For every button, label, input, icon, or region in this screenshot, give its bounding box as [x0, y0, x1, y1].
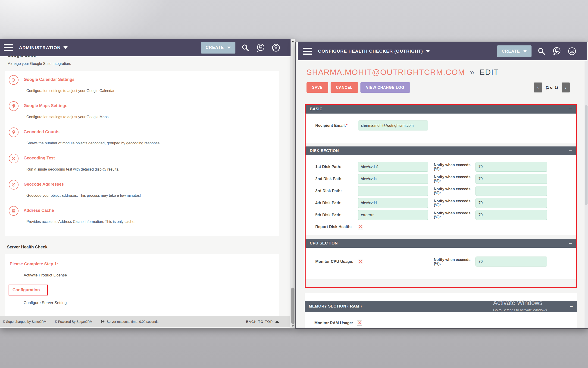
notifications-bell-icon[interactable] [552, 46, 562, 56]
google-suite-heading-clipped: Google Suite [7, 56, 295, 58]
recipient-email-field[interactable] [358, 120, 428, 130]
disk-path-field[interactable] [358, 210, 428, 220]
create-button-label: CREATE [206, 45, 224, 50]
list-item-description: Configuration settings to adjust your Go… [26, 89, 114, 93]
disk-notify-field[interactable] [475, 198, 547, 208]
back-to-top-button[interactable]: BACK TO TOP [246, 320, 279, 323]
chevron-down-icon [426, 50, 430, 53]
disk-path-row: 1st Disk Path: Notify when exceeds(%): [306, 162, 576, 172]
left-window-scrollbar[interactable] [290, 39, 295, 328]
cpu-section-card: Monitor CPU Usage: ✕ Notify when exceeds… [306, 248, 576, 279]
disk-notify-field[interactable] [475, 186, 547, 196]
action-buttons: SAVE CANCEL VIEW CHANGE LOG [307, 82, 410, 93]
disk-path-field[interactable] [358, 174, 428, 184]
module-title[interactable]: CONFIGURE HEALTH CHECKER (OUTRIGHT) [318, 49, 430, 54]
disk-path-label: 4th Disk Path: [315, 201, 358, 205]
list-item: Address Cache Provides access to Address… [9, 206, 279, 232]
previous-record-button[interactable]: ‹ [534, 83, 542, 92]
suitecrm-credit: © Supercharged by SuiteCRM [3, 320, 46, 323]
disk-path-label: 2nd Disk Path: [315, 177, 358, 181]
monitor-ram-usage-label: Monitor RAM Usage: [314, 321, 357, 325]
module-title-label: ADMINISTRATION [19, 45, 61, 50]
list-item: Google Calendar Settings Configuration s… [9, 75, 279, 101]
memory-section: MEMORY SECTION ( RAM ) − Monitor RAM Usa… [305, 301, 577, 329]
scrollbar-thumb[interactable] [291, 288, 294, 324]
archive-box-icon [9, 206, 18, 216]
health-step: Configuration Configure Server Setting [8, 285, 279, 305]
compass-arrows-icon [9, 154, 18, 163]
search-icon[interactable] [536, 46, 547, 56]
disk-section-header[interactable]: DISK SECTION − [306, 147, 576, 155]
disk-notify-label: Notify when exceeds(%): [431, 187, 475, 195]
view-change-log-button[interactable]: VIEW CHANGE LOG [360, 82, 410, 93]
disk-notify-field[interactable] [475, 174, 547, 184]
cpu-section-header[interactable]: CPU SECTION − [306, 239, 576, 248]
monitor-cpu-usage-checkbox[interactable]: ✕ [358, 259, 363, 264]
collapse-icon[interactable]: − [570, 304, 573, 309]
report-disk-health-checkbox[interactable]: ✕ [358, 224, 363, 230]
list-item-description: Geocode your object addreses. This proce… [26, 193, 141, 198]
notifications-bell-icon[interactable] [255, 42, 266, 53]
next-record-button[interactable]: › [562, 83, 570, 92]
scroll-down-button[interactable] [291, 324, 295, 328]
scroll-up-button[interactable] [291, 39, 295, 43]
account-profile-icon[interactable] [271, 42, 281, 53]
disk-notify-field[interactable] [475, 210, 547, 220]
health-step-description: Activate Product License [24, 273, 279, 278]
create-button[interactable]: CREATE [497, 46, 532, 57]
server-health-card: Please Complete Step 1: Activate Product… [5, 254, 279, 319]
cancel-button[interactable]: CANCEL [331, 82, 358, 93]
admin-footer: © Supercharged by SuiteCRM © Powered By … [0, 316, 290, 327]
report-disk-health-label: Report Disk Health: [315, 225, 358, 229]
memory-section-header[interactable]: MEMORY SECTION ( RAM ) − [305, 301, 577, 312]
list-item-link[interactable]: Geocoding Test [24, 153, 55, 160]
basic-section-header[interactable]: BASIC − [306, 105, 576, 114]
list-item-link[interactable]: Address Cache [24, 206, 54, 212]
monitor-cpu-usage-label: Monitor CPU Usage: [315, 259, 358, 264]
account-profile-icon[interactable] [567, 46, 577, 56]
list-item-link[interactable]: Google Maps Settings [24, 101, 67, 108]
disk-path-row: 2nd Disk Path: Notify when exceeds(%): [306, 174, 576, 184]
disk-path-field[interactable] [358, 162, 428, 172]
health-checker-window: CONFIGURE HEALTH CHECKER (OUTRIGHT) CREA… [295, 42, 588, 329]
server-health-check-title: Server Health Check [7, 245, 295, 249]
list-item: Google Maps Settings Configuration setti… [9, 101, 279, 127]
required-asterisk: * [346, 123, 347, 128]
health-step-link[interactable]: Configuration [9, 285, 48, 295]
collapse-icon[interactable]: − [569, 148, 572, 153]
list-item-link[interactable]: Google Calendar Settings [24, 75, 75, 82]
list-item-description: Configuration settings to adjust your Go… [26, 115, 109, 119]
disk-path-field[interactable] [358, 186, 428, 196]
collapse-icon[interactable]: − [569, 241, 572, 246]
disk-path-row: 3rd Disk Path: Notify when exceeds(%): [306, 186, 576, 196]
list-item-link[interactable]: Geocoded Counts [24, 127, 60, 134]
scrollbar-thumb[interactable] [585, 105, 588, 205]
google-suite-card: Google Calendar Settings Configuration s… [5, 71, 279, 236]
search-icon[interactable] [240, 42, 251, 53]
health-step-link[interactable]: Please Complete Step 1: [8, 260, 60, 268]
create-button[interactable]: CREATE [201, 42, 236, 54]
list-item-description: Provides access to Address Cache informa… [26, 220, 135, 224]
red-annotation-box: BASIC − Recipient Email:* DISK SECTION −… [305, 104, 577, 288]
cpu-notify-field[interactable] [475, 257, 547, 267]
disk-path-row: 4th Disk Path: Notify when exceeds(%): [306, 198, 576, 208]
disk-notify-field[interactable] [475, 162, 547, 172]
list-item: Geocoding Test Run a single geocoding te… [9, 153, 279, 179]
module-title[interactable]: ADMINISTRATION [19, 45, 68, 50]
monitor-ram-usage-checkbox[interactable]: ✕ [357, 320, 362, 326]
create-button-label: CREATE [502, 49, 520, 54]
basic-section-title: BASIC [310, 107, 323, 111]
disk-path-field[interactable] [358, 198, 428, 208]
admin-window: ADMINISTRATION CREATE Google Suite Manag… [0, 39, 295, 328]
collapse-icon[interactable]: − [569, 107, 572, 112]
list-item-link[interactable]: Geocode Addresses [24, 179, 64, 186]
chevron-down-icon [227, 46, 231, 49]
hamburger-menu-icon[interactable] [4, 44, 13, 51]
right-window-scrollbar[interactable] [585, 61, 588, 329]
list-item-description: Shows the number of module objects geoco… [26, 141, 160, 145]
save-button[interactable]: SAVE [307, 82, 328, 93]
map-pin-star-icon [9, 128, 18, 137]
admin-page: Google Suite Manage your Google Suite In… [0, 56, 295, 317]
hamburger-menu-icon[interactable] [303, 48, 312, 55]
record-pagination: ‹ (1 of 1) › [534, 83, 570, 92]
